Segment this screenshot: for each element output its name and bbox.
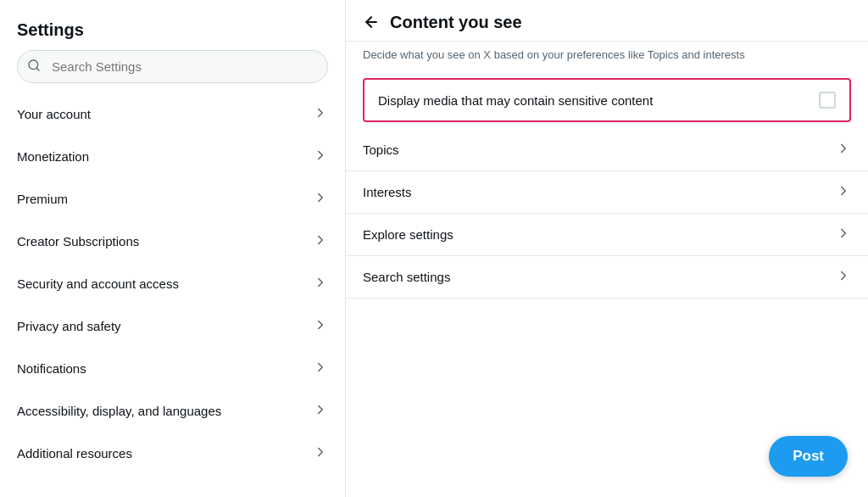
chevron-right-icon bbox=[313, 402, 328, 420]
content-panel: Content you see Decide what you see on X… bbox=[346, 0, 868, 497]
sidebar-item-label-monetization: Monetization bbox=[17, 149, 89, 164]
content-item-label-topics: Topics bbox=[363, 142, 399, 157]
sidebar-item-label-creator-subscriptions: Creator Subscriptions bbox=[17, 234, 139, 248]
chevron-right-icon bbox=[313, 360, 328, 377]
sidebar-item-label-accessibility-display-languages: Accessibility, display, and languages bbox=[17, 404, 221, 418]
chevron-right-icon bbox=[836, 226, 851, 243]
content-header: Content you see bbox=[346, 0, 868, 42]
search-input[interactable] bbox=[17, 50, 328, 83]
chevron-right-icon bbox=[836, 268, 851, 286]
content-item-label-interests: Interests bbox=[363, 185, 412, 199]
sidebar-item-security-account-access[interactable]: Security and account access bbox=[0, 263, 345, 305]
sidebar: Settings Your account Monetization bbox=[0, 0, 346, 497]
content-item-explore-settings[interactable]: Explore settings bbox=[346, 214, 868, 256]
back-button[interactable] bbox=[363, 10, 390, 34]
content-item-search-settings[interactable]: Search settings bbox=[346, 256, 868, 299]
sidebar-item-accessibility-display-languages[interactable]: Accessibility, display, and languages bbox=[0, 390, 345, 433]
content-item-label-search-settings: Search settings bbox=[363, 270, 450, 284]
content-item-topics[interactable]: Topics bbox=[346, 129, 868, 171]
sidebar-item-additional-resources[interactable]: Additional resources bbox=[0, 433, 345, 475]
sidebar-item-creator-subscriptions[interactable]: Creator Subscriptions bbox=[0, 221, 345, 263]
chevron-right-icon bbox=[313, 105, 328, 123]
chevron-right-icon bbox=[313, 275, 328, 293]
chevron-right-icon bbox=[836, 141, 851, 159]
sidebar-item-your-account[interactable]: Your account bbox=[0, 93, 345, 136]
search-container bbox=[17, 50, 328, 83]
chevron-right-icon bbox=[836, 183, 851, 201]
app-container: Settings Your account Monetization bbox=[0, 0, 868, 497]
sidebar-title: Settings bbox=[17, 14, 328, 50]
sidebar-item-monetization[interactable]: Monetization bbox=[0, 136, 345, 178]
sensitive-content-checkbox[interactable] bbox=[819, 92, 836, 109]
content-title: Content you see bbox=[390, 13, 522, 32]
sidebar-item-label-your-account: Your account bbox=[17, 107, 91, 121]
sensitive-content-label: Display media that may contain sensitive… bbox=[378, 93, 653, 108]
chevron-right-icon bbox=[313, 232, 328, 250]
sidebar-item-label-notifications: Notifications bbox=[17, 361, 86, 376]
content-subtitle: Decide what you see on X based on your p… bbox=[346, 42, 868, 71]
sensitive-content-item[interactable]: Display media that may contain sensitive… bbox=[363, 78, 851, 122]
search-icon bbox=[27, 59, 41, 75]
sidebar-header: Settings bbox=[0, 0, 345, 93]
sidebar-item-label-privacy-safety: Privacy and safety bbox=[17, 319, 121, 333]
post-button[interactable]: Post bbox=[769, 436, 848, 477]
sidebar-item-label-additional-resources: Additional resources bbox=[17, 446, 132, 461]
chevron-right-icon bbox=[313, 444, 328, 462]
chevron-right-icon bbox=[313, 317, 328, 335]
chevron-right-icon bbox=[313, 148, 328, 165]
sidebar-item-notifications[interactable]: Notifications bbox=[0, 348, 345, 390]
chevron-right-icon bbox=[313, 190, 328, 208]
content-item-interests[interactable]: Interests bbox=[346, 171, 868, 214]
content-item-label-explore-settings: Explore settings bbox=[363, 227, 453, 242]
nav-list: Your account Monetization Premium Crea bbox=[0, 93, 345, 497]
sidebar-item-label-security-account-access: Security and account access bbox=[17, 276, 179, 291]
sidebar-item-label-premium: Premium bbox=[17, 192, 68, 206]
svg-line-1 bbox=[36, 68, 39, 70]
sidebar-item-premium[interactable]: Premium bbox=[0, 178, 345, 221]
sidebar-item-privacy-safety[interactable]: Privacy and safety bbox=[0, 305, 345, 348]
